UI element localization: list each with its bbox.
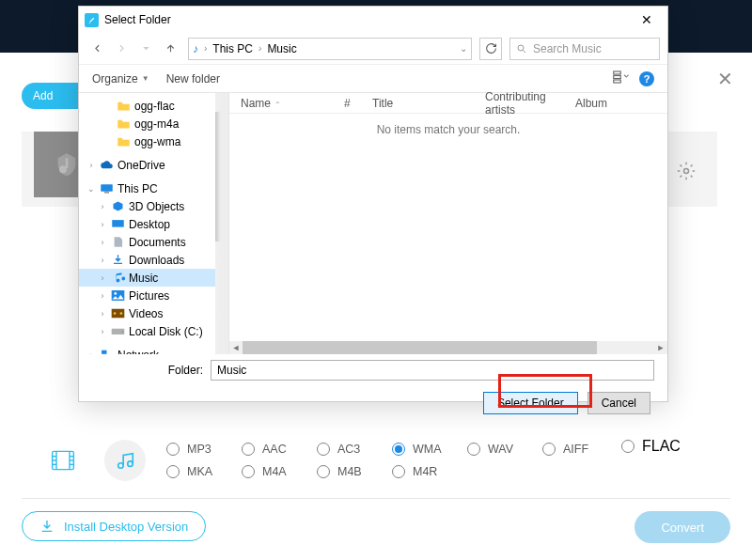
new-folder-button[interactable]: New folder <box>166 72 220 86</box>
sort-icon: ⌃ <box>274 101 281 109</box>
tree-item-thispc[interactable]: ⌄This PC <box>79 179 228 197</box>
radio-wav[interactable]: WAV <box>467 443 542 456</box>
list-scroll-thumb[interactable] <box>243 341 597 354</box>
add-button[interactable]: Add <box>22 83 78 109</box>
chevron-right-icon: › <box>202 43 209 54</box>
breadcrumb-thispc[interactable]: This PC <box>212 42 253 55</box>
back-button[interactable] <box>86 39 107 59</box>
svg-rect-1 <box>66 158 69 168</box>
svg-rect-6 <box>614 80 621 83</box>
desktop-icon <box>111 218 125 230</box>
cloud-icon <box>100 159 114 171</box>
tree-item-ogg-wma[interactable]: ogg-wma <box>79 132 228 150</box>
tree-scroll-thumb[interactable] <box>215 112 228 241</box>
svg-rect-8 <box>104 192 109 193</box>
svg-point-2 <box>684 169 689 174</box>
scroll-left-icon[interactable]: ◄ <box>229 341 243 354</box>
select-folder-dialog: Select Folder ✕ ♪ › This PC › Music ⌄ Se… <box>78 6 668 402</box>
search-input[interactable]: Search Music <box>509 38 660 60</box>
format-bar: MP3 AAC AC3 WMA WAV AIFF MKA M4A M4B M4R… <box>22 428 730 492</box>
gear-icon[interactable] <box>677 162 696 184</box>
radio-mp3[interactable]: MP3 <box>166 443 242 456</box>
tree-item-onedrive[interactable]: ›OneDrive <box>79 156 228 174</box>
col-number[interactable]: # <box>344 97 372 110</box>
tree-item-ogg-flac[interactable]: ogg-flac <box>79 97 228 115</box>
folder-icon <box>117 117 131 130</box>
downloads-icon <box>111 254 125 266</box>
chevron-down-icon[interactable]: ⌄ <box>460 43 467 54</box>
pictures-icon <box>111 289 125 302</box>
col-title[interactable]: Title <box>372 97 485 110</box>
download-icon <box>39 519 55 534</box>
divider <box>22 498 730 499</box>
radio-m4r[interactable]: M4R <box>392 465 467 478</box>
list-scrollbar[interactable]: ◄ ► <box>229 341 667 354</box>
radio-flac[interactable]: FLAC <box>621 438 681 455</box>
folder-tree: ogg-flac ogg-m4a ogg-wma ›OneDrive ⌄This… <box>79 93 229 354</box>
organize-menu[interactable]: Organize▼ <box>92 72 149 86</box>
radio-m4b[interactable]: M4B <box>317 465 392 478</box>
col-contrib[interactable]: Contributing artists <box>485 90 575 117</box>
forward-button[interactable] <box>111 39 132 59</box>
up-button[interactable] <box>160 39 180 59</box>
radio-ac3[interactable]: AC3 <box>317 443 392 456</box>
svg-rect-4 <box>614 71 621 74</box>
address-bar[interactable]: ♪ › This PC › Music ⌄ <box>188 38 472 60</box>
empty-message: No items match your search. <box>229 123 667 136</box>
documents-icon <box>111 236 125 248</box>
select-folder-button[interactable]: Select Folder <box>483 392 578 414</box>
drive-icon <box>111 325 125 337</box>
folder-icon <box>117 135 131 148</box>
folder-icon <box>117 100 131 112</box>
radio-aac[interactable]: AAC <box>242 443 317 456</box>
cancel-button[interactable]: Cancel <box>588 392 650 414</box>
convert-button[interactable]: Convert <box>634 511 730 543</box>
tree-item-3dobjects[interactable]: ›3D Objects <box>79 197 228 215</box>
tree-item-desktop[interactable]: ›Desktop <box>79 215 228 233</box>
install-desktop-button[interactable]: Install Desktop Version <box>22 511 206 541</box>
breadcrumb-music[interactable]: Music <box>267 42 296 55</box>
view-options-button[interactable] <box>613 70 630 86</box>
recent-dropdown[interactable] <box>135 39 156 59</box>
tree-item-documents[interactable]: ›Documents <box>79 233 228 251</box>
radio-aiff[interactable]: AIFF <box>542 443 618 456</box>
toolbar: Organize▼ New folder ? <box>79 65 667 93</box>
scroll-right-icon[interactable]: ► <box>654 341 667 354</box>
col-album[interactable]: Album <box>575 97 667 110</box>
col-name[interactable]: Name⌃ <box>241 97 344 110</box>
svg-point-13 <box>114 312 117 315</box>
dialog-close-button[interactable]: ✕ <box>632 12 662 27</box>
svg-rect-7 <box>101 184 113 192</box>
tree-item-downloads[interactable]: ›Downloads <box>79 251 228 269</box>
video-format-icon[interactable] <box>46 443 80 477</box>
pc-icon <box>100 182 114 194</box>
tree-item-music[interactable]: ›Music <box>79 269 228 287</box>
music-icon: ♪ <box>193 42 198 55</box>
tree-item-pictures[interactable]: ›Pictures <box>79 287 228 304</box>
close-icon[interactable]: ✕ <box>717 68 733 90</box>
radio-mka[interactable]: MKA <box>166 465 242 478</box>
refresh-button[interactable] <box>479 38 502 60</box>
svg-rect-9 <box>112 220 124 227</box>
svg-rect-5 <box>614 76 621 79</box>
search-placeholder: Search Music <box>533 42 602 55</box>
tree-scrollbar[interactable] <box>215 93 228 354</box>
column-headers[interactable]: Name⌃ # Title Contributing artists Album <box>229 93 667 114</box>
help-button[interactable]: ? <box>639 71 654 86</box>
format-radios: MP3 AAC AC3 WMA WAV AIFF MKA M4A M4B M4R <box>166 438 618 483</box>
radio-wma[interactable]: WMA <box>392 443 467 456</box>
tree-item-localdisk[interactable]: ›Local Disk (C:) <box>79 322 228 340</box>
tree-item-videos[interactable]: ›Videos <box>79 304 228 322</box>
objects3d-icon <box>111 200 125 212</box>
chevron-right-icon: › <box>257 43 263 54</box>
dialog-title: Select Folder <box>104 13 171 26</box>
tree-item-ogg-m4a[interactable]: ogg-m4a <box>79 115 228 132</box>
audio-format-icon[interactable] <box>104 440 146 481</box>
folder-input[interactable] <box>211 360 654 381</box>
dialog-titlebar: Select Folder ✕ <box>79 7 667 33</box>
music-icon <box>111 272 125 284</box>
search-icon <box>516 43 527 54</box>
radio-m4a[interactable]: M4A <box>242 465 317 478</box>
nav-bar: ♪ › This PC › Music ⌄ Search Music <box>79 33 667 65</box>
tree-item-network[interactable]: ›Network <box>79 346 228 354</box>
